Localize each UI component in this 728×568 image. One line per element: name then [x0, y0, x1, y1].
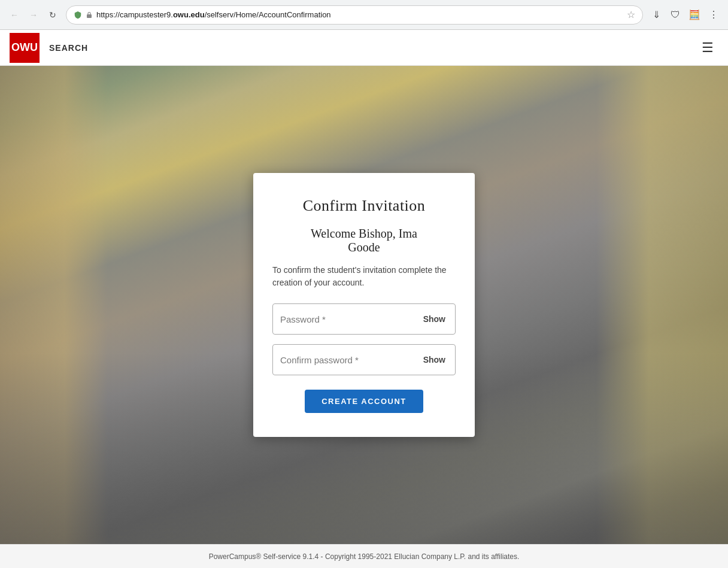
browser-nav-buttons: ← → ↻	[6, 7, 61, 23]
browser-chrome: ← → ↻ https://campustester9.owu.edu/self…	[0, 0, 728, 30]
security-shield-icon	[74, 11, 82, 19]
create-account-button[interactable]: CREATE ACCOUNT	[305, 390, 423, 413]
back-button[interactable]: ←	[6, 7, 23, 23]
confirm-password-form-group: Show	[272, 344, 456, 375]
shield-button[interactable]: 🛡	[667, 7, 684, 23]
modal-card: Confirm Invitation Welcome Bishop, ImaGo…	[253, 173, 475, 437]
forward-button[interactable]: →	[25, 7, 42, 23]
address-bar[interactable]: https://campustester9.owu.edu/selfserv/H…	[66, 5, 643, 25]
modal-overlay: Confirm Invitation Welcome Bishop, ImaGo…	[0, 66, 728, 544]
menu-button[interactable]: ⋮	[705, 7, 722, 23]
modal-welcome: Welcome Bishop, ImaGoode	[272, 227, 456, 254]
extensions-button[interactable]: 🧮	[686, 7, 703, 23]
download-button[interactable]: ⇓	[648, 7, 665, 23]
modal-title: Confirm Invitation	[272, 197, 456, 215]
main-content-area: Confirm Invitation Welcome Bishop, ImaGo…	[0, 66, 728, 544]
refresh-button[interactable]: ↻	[44, 7, 61, 23]
confirm-password-input-wrapper: Show	[272, 344, 456, 375]
svg-rect-0	[87, 14, 92, 18]
password-show-button[interactable]: Show	[421, 312, 448, 326]
confirm-password-show-button[interactable]: Show	[421, 353, 448, 367]
app-header: OWU SEARCH ☰	[0, 30, 728, 66]
footer-text: PowerCampus® Self-service 9.1.4 - Copyri…	[209, 552, 520, 561]
password-input[interactable]	[280, 314, 421, 324]
lock-icon	[86, 11, 93, 19]
search-label[interactable]: SEARCH	[49, 43, 88, 53]
address-bar-url: https://campustester9.owu.edu/selfserv/H…	[96, 10, 623, 19]
hamburger-menu-button[interactable]: ☰	[697, 38, 718, 58]
browser-action-buttons: ⇓ 🛡 🧮 ⋮	[648, 7, 722, 23]
app-footer: PowerCampus® Self-service 9.1.4 - Copyri…	[0, 544, 728, 568]
bookmark-icon[interactable]: ☆	[627, 9, 635, 20]
password-input-wrapper: Show	[272, 303, 456, 335]
confirm-password-input[interactable]	[280, 355, 421, 365]
app-logo: OWU	[10, 33, 40, 63]
password-form-group: Show	[272, 303, 456, 335]
modal-description: To confirm the student's invitation comp…	[272, 264, 456, 289]
